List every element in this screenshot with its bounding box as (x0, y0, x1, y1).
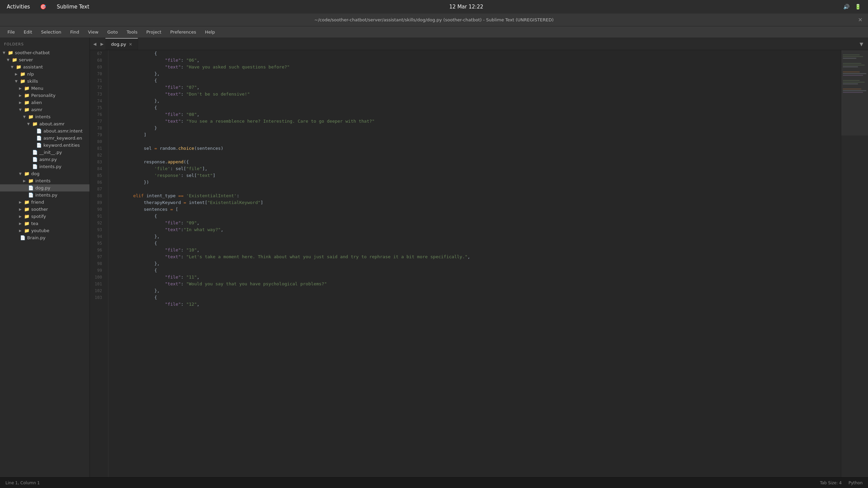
app-icon: 🎯 (40, 4, 46, 10)
sidebar-item-label: soother (31, 207, 48, 212)
code-line: "text": "Have you asked such questions b… (112, 64, 837, 70)
sidebar-item-soother[interactable]: ▶ 📁 soother (0, 206, 90, 213)
line-num: 88 (90, 192, 105, 199)
sidebar-item-init-py[interactable]: ▶ 📄 __init__.py (0, 149, 90, 156)
tab-bar: ◀ ▶ dog.py ✕ ▼ (90, 38, 868, 50)
sidebar-item-asmr[interactable]: ▼ 📁 asmr (0, 106, 90, 113)
chevron-right-icon: ▶ (19, 94, 23, 97)
sidebar-item-server[interactable]: ▼ 📁 server (0, 56, 90, 63)
sidebar-item-label: soother-chatbot (15, 50, 50, 55)
sidebar-item-dog-intents-py[interactable]: ▶ 📄 intents.py (0, 191, 90, 199)
sidebar-item-label: about.asmr (39, 121, 64, 126)
sidebar-item-menu[interactable]: ▶ 📁 Menu (0, 85, 90, 92)
sidebar-item-assistant[interactable]: ▼ 📁 assistant (0, 63, 90, 70)
folder-icon: 📁 (28, 114, 34, 119)
sidebar-item-soother-chatbot[interactable]: ▼ 📁 soother-chatbot (0, 49, 90, 56)
menu-tools[interactable]: Tools (122, 28, 141, 36)
sidebar-item-label: intents.py (39, 164, 61, 169)
sidebar-item-personality[interactable]: ▶ 📁 Personality (0, 92, 90, 99)
sidebar-item-nlp[interactable]: ▶ 📁 nlp (0, 70, 90, 78)
activities-label[interactable]: Activities (7, 4, 30, 10)
chevron-right-icon: ▶ (19, 200, 23, 204)
code-editor[interactable]: 67 68 69 70 71 72 73 74 75 76 77 78 79 8… (90, 50, 868, 477)
status-right: Tab Size: 4 Python (820, 481, 863, 485)
code-line: "text": "Don't be so defensive!" (112, 91, 837, 98)
tab-close-button[interactable]: ✕ (129, 42, 132, 47)
code-content[interactable]: { "file": "06", "text": "Have you asked … (108, 50, 841, 477)
line-numbers: 67 68 69 70 71 72 73 74 75 76 77 78 79 8… (90, 50, 108, 477)
code-line: "text": "Would you say that you have psy… (112, 281, 837, 287)
sidebar-item-dog-py[interactable]: ▶ 📄 dog.py (0, 184, 90, 191)
chevron-down-icon: ▼ (27, 122, 31, 126)
sidebar-item-label: skills (27, 79, 38, 84)
line-num: 72 (90, 84, 105, 91)
folder-icon: 📁 (24, 214, 29, 219)
line-num: 95 (90, 240, 105, 247)
menu-goto[interactable]: Goto (103, 28, 122, 36)
menu-file[interactable]: File (3, 28, 19, 36)
sidebar-item-label: __init__.py (39, 150, 62, 155)
line-num: 89 (90, 199, 105, 206)
sidebar-item-tea[interactable]: ▶ 📁 tea (0, 220, 90, 227)
sidebar-item-label: tea (31, 221, 38, 226)
line-num: 75 (90, 104, 105, 111)
code-line: { (112, 267, 837, 274)
sidebar-item-about-asmr[interactable]: ▼ 📁 about.asmr (0, 120, 90, 127)
sidebar-item-brain-py[interactable]: ▶ 📄 Brain.py (0, 234, 90, 241)
minimap-svg (841, 50, 868, 477)
sidebar-item-asmr-intents-py[interactable]: ▶ 📄 intents.py (0, 163, 90, 170)
sidebar-item-label: dog (31, 171, 39, 176)
system-bar-left: Activities 🎯 Sublime Text (7, 4, 89, 10)
chevron-right-icon: ▶ (19, 222, 23, 225)
menu-project[interactable]: Project (142, 28, 165, 36)
sidebar-item-label: dog.py (35, 185, 51, 190)
tab-size-label[interactable]: Tab Size: 4 (820, 481, 842, 485)
sidebar-item-label: Menu (31, 86, 43, 91)
sidebar: FOLDERS ▼ 📁 soother-chatbot ▼ 📁 server ▼… (0, 38, 90, 477)
line-num: 71 (90, 77, 105, 84)
menu-find[interactable]: Find (66, 28, 83, 36)
menu-view[interactable]: View (84, 28, 103, 36)
sidebar-item-asmr-keyword[interactable]: ▶ 📄 asmr_keyword.en (0, 135, 90, 142)
sidebar-item-youtube[interactable]: ▶ 📁 youtube (0, 227, 90, 234)
tab-dog-py[interactable]: dog.py ✕ (105, 38, 138, 50)
close-button[interactable]: ✕ (858, 17, 863, 23)
code-line: therapyKeyword = intent["ExistentialKeyw… (112, 199, 837, 206)
sidebar-item-keyword-entities[interactable]: ▶ 📄 keyword.entities (0, 142, 90, 149)
code-line: 'response': sel["text"] (112, 172, 837, 179)
sidebar-item-spotify[interactable]: ▶ 📁 spotify (0, 213, 90, 220)
sidebar-item-label: youtube (31, 228, 49, 233)
menu-preferences[interactable]: Preferences (166, 28, 200, 36)
tab-nav-right[interactable]: ▶ (98, 38, 105, 50)
sidebar-item-alien[interactable]: ▶ 📁 alien (0, 99, 90, 106)
line-num: 76 (90, 111, 105, 118)
language-label[interactable]: Python (848, 481, 863, 485)
sidebar-item-friend[interactable]: ▶ 📁 friend (0, 199, 90, 206)
code-line: sentences = [ (112, 206, 837, 213)
sidebar-item-skills[interactable]: ▼ 📁 skills (0, 78, 90, 85)
code-line: { (112, 104, 837, 111)
folder-icon: 📁 (24, 107, 29, 112)
code-line: }, (112, 70, 837, 77)
app-name-label[interactable]: Sublime Text (57, 4, 89, 10)
chevron-down-icon: ▼ (7, 58, 11, 62)
folder-icon: 📁 (24, 228, 29, 233)
menu-selection[interactable]: Selection (37, 28, 65, 36)
sidebar-item-label: nlp (27, 72, 34, 77)
sidebar-item-asmr-py[interactable]: ▶ 📄 asmr.py (0, 156, 90, 163)
sidebar-item-intents[interactable]: ▼ 📁 intents (0, 113, 90, 120)
code-line: "file": "11", (112, 274, 837, 281)
sidebar-item-about-asmr-intent[interactable]: ▶ 📄 about.asmr.intent (0, 127, 90, 135)
line-num: 87 (90, 186, 105, 192)
line-num: 92 (90, 220, 105, 226)
sidebar-item-dog-intents-folder[interactable]: ▶ 📁 intents (0, 177, 90, 184)
menu-help[interactable]: Help (201, 28, 219, 36)
code-line: }) (112, 179, 837, 186)
sidebar-item-dog[interactable]: ▼ 📁 dog (0, 170, 90, 177)
menu-edit[interactable]: Edit (20, 28, 36, 36)
folders-label: FOLDERS (0, 41, 90, 49)
line-num: 103 (90, 294, 105, 301)
tab-nav-left[interactable]: ◀ (91, 38, 98, 50)
tab-dropdown[interactable]: ▼ (856, 38, 867, 50)
volume-icon[interactable]: 🔊 (843, 4, 850, 10)
